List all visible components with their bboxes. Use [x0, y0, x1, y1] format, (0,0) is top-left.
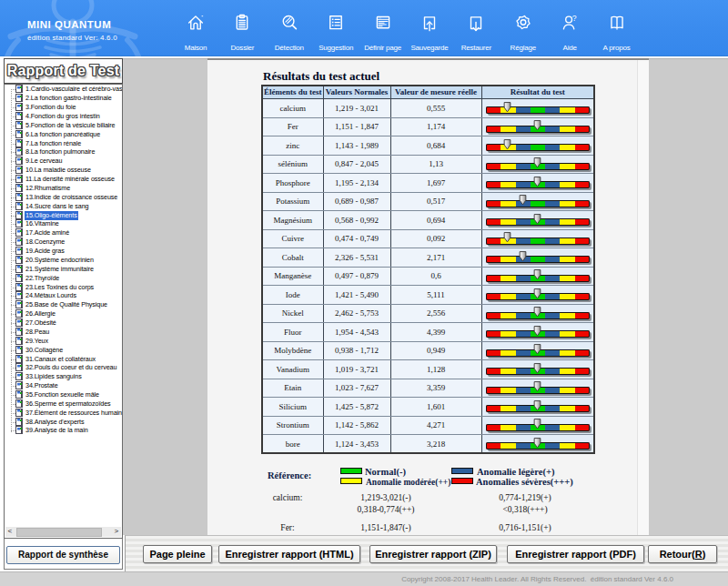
svg-text:?: ?: [572, 14, 577, 23]
